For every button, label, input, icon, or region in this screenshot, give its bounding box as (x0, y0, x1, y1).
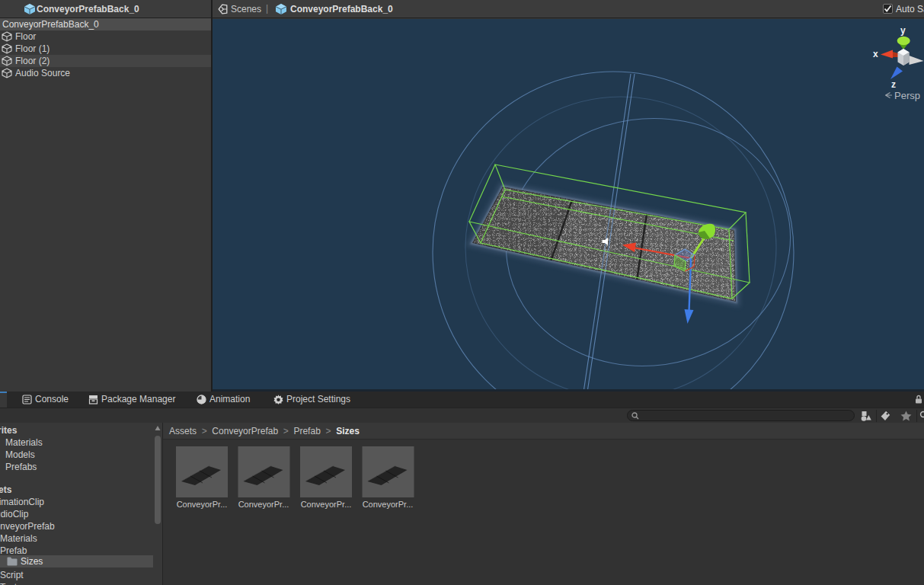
svg-text:Persp: Persp (894, 90, 920, 101)
svg-text:z: z (891, 79, 896, 90)
svg-text:x: x (873, 49, 878, 59)
svg-text:y: y (900, 25, 906, 36)
